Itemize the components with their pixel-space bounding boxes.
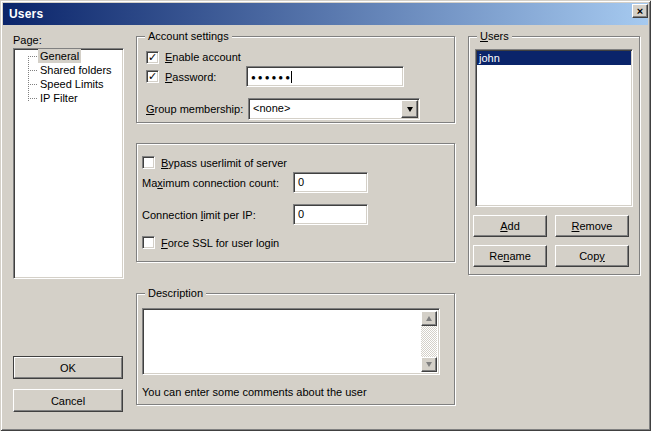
group-membership-label: Group membership: [146,103,243,115]
tree-item-label: IP Filter [38,91,80,105]
window-title: Users [3,7,43,21]
connection-limit-per-ip-input[interactable]: 0 [293,204,368,225]
ok-button-label: OK [14,357,122,378]
copy-button-label: Copy [579,250,605,262]
tree-item-label: Speed Limits [38,77,106,91]
max-connection-count-label: Maximum connection count: [142,177,279,189]
add-button-label: Add [500,220,520,232]
tree-item-speed-limits[interactable]: Speed Limits [14,77,123,91]
force-ssl-checkbox[interactable]: ✓ [142,236,155,249]
remove-button[interactable]: Remove [555,215,629,237]
copy-button[interactable]: Copy [555,245,629,267]
user-list-item[interactable]: john [477,51,631,65]
tree-branch-icon [28,70,38,71]
enable-account-checkbox[interactable]: ✓ [146,51,159,64]
check-icon: ✓ [148,72,157,81]
text-caret [291,71,292,83]
bypass-userlimit-label: Bypass userlimit of server [161,157,287,169]
password-checkbox[interactable]: ✓ [146,70,159,83]
max-connection-count-value: 0 [298,176,304,188]
chevron-down-icon [407,107,413,112]
users-listbox[interactable]: john [475,49,633,207]
cancel-button[interactable]: Cancel [13,389,123,412]
rename-button[interactable]: Rename [473,245,547,267]
add-button[interactable]: Add [473,215,547,237]
account-settings-group-title: Account settings [145,30,232,42]
password-input[interactable]: ●●●●●● [246,66,404,87]
description-textarea[interactable] [142,308,440,375]
close-icon: × [637,6,643,16]
tree-item-label: General [38,49,81,63]
description-hint: You can enter some comments about the us… [142,386,367,398]
description-scrollbar[interactable] [421,311,437,372]
description-group-title: Description [145,287,206,299]
password-label: Password: [165,71,216,83]
users-dialog: Users × Page: General Shared folders Spe… [0,0,651,431]
tree-branch-icon [28,84,38,85]
bypass-userlimit-checkbox[interactable]: ✓ [142,156,155,169]
page-tree[interactable]: General Shared folders Speed Limits IP F… [13,48,124,279]
tree-branch-icon [28,56,38,57]
connection-limit-per-ip-value: 0 [298,208,304,220]
user-name: john [479,52,500,64]
ok-button[interactable]: OK [13,356,123,379]
tree-branch-icon [28,98,38,99]
tree-item-ip-filter[interactable]: IP Filter [14,91,123,105]
force-ssl-label: Force SSL for user login [161,237,279,249]
cancel-button-label: Cancel [51,395,85,407]
scroll-down-button[interactable] [421,357,437,372]
close-button[interactable]: × [632,4,648,18]
max-connection-count-input[interactable]: 0 [293,172,368,193]
tree-item-shared-folders[interactable]: Shared folders [14,63,123,77]
tree-item-label: Shared folders [38,63,114,77]
scroll-up-icon [426,316,432,321]
tree-item-general[interactable]: General [14,49,123,63]
rename-button-label: Rename [489,250,531,262]
password-value: ●●●●●● [251,73,292,82]
group-membership-select[interactable]: <none> [248,98,420,120]
scroll-down-icon [426,362,432,367]
enable-account-label: Enable account [165,51,241,63]
check-icon: ✓ [148,53,157,62]
scroll-up-button[interactable] [421,311,437,326]
group-membership-value: <none> [253,102,290,114]
titlebar[interactable]: Users [3,3,648,25]
connection-limit-per-ip-label: Connection limit per IP: [142,209,256,221]
dropdown-button[interactable] [401,100,418,118]
users-group-title: Users [477,30,512,42]
remove-button-label: Remove [572,220,613,232]
page-label: Page: [13,34,42,46]
